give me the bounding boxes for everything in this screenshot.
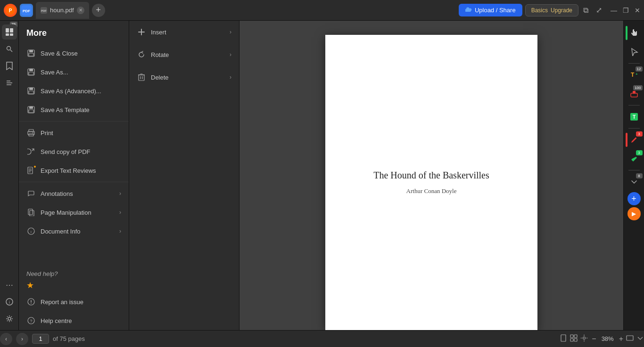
save-as-advanced-icon — [26, 86, 36, 96]
pdf-app-icon: PDF — [20, 4, 33, 17]
menu-item-save-close[interactable]: Save & Close — [19, 44, 129, 63]
menu-item-save-as-template[interactable]: Save As Template — [19, 100, 129, 119]
maximize-button[interactable]: ❐ — [623, 7, 629, 14]
send-copy-icon — [26, 147, 36, 156]
page-manipulation-label: Page Manipulation — [41, 209, 91, 216]
sidebar-learn-icon[interactable]: i — [2, 294, 17, 309]
svg-rect-66 — [627, 336, 633, 340]
sub-menu: Insert › Rotate › Delete › — [129, 21, 239, 330]
svg-rect-57 — [633, 91, 636, 94]
upgrade-button[interactable]: Basics Upgrade — [525, 4, 578, 16]
fullscreen-icon[interactable]: ⤢ — [594, 4, 604, 16]
svg-rect-29 — [29, 110, 33, 113]
window-icon[interactable]: ⧉ — [581, 4, 590, 16]
eraser-icon[interactable]: 3 — [626, 150, 643, 167]
svg-rect-22 — [29, 69, 33, 71]
tab-close-button[interactable]: ✕ — [77, 7, 84, 14]
svg-rect-26 — [29, 91, 33, 94]
svg-rect-49 — [139, 75, 144, 81]
menu-item-annotations[interactable]: Annotations › — [19, 184, 129, 203]
add-button[interactable]: + — [627, 192, 641, 205]
need-help-text: Need help? — [19, 266, 129, 278]
upload-label: Upload / Share — [475, 7, 516, 14]
zoom-level-display: 38% — [599, 335, 616, 342]
menu-item-page-manipulation[interactable]: Page Manipulation › — [19, 203, 129, 222]
annotations-arrow: › — [119, 190, 121, 197]
report-icon — [26, 297, 36, 307]
rotate-label: Rotate — [151, 51, 169, 58]
svg-rect-19 — [29, 50, 33, 52]
new-tab-button[interactable]: + — [92, 4, 105, 17]
submenu-delete[interactable]: Delete › — [129, 66, 239, 89]
toolbar-separator-4 — [628, 170, 640, 170]
select-tool-icon[interactable] — [626, 43, 643, 60]
current-tab[interactable]: PDF houn.pdf ✕ — [36, 2, 89, 19]
document-info-icon: i — [26, 226, 36, 236]
tab-filename: houn.pdf — [50, 7, 74, 14]
settings-view-icon[interactable] — [580, 334, 588, 343]
submenu-insert[interactable]: Insert › — [129, 21, 239, 43]
next-page-button[interactable]: › — [16, 333, 28, 345]
app-icon: P — [4, 4, 17, 17]
svg-text:P: P — [9, 8, 12, 13]
text-format-icon[interactable]: T — [626, 108, 643, 125]
play-button[interactable]: ▶ — [627, 207, 641, 220]
sidebar-bookmark-icon[interactable] — [2, 58, 17, 73]
red-bar — [626, 133, 627, 147]
page-expand-button[interactable] — [636, 334, 644, 343]
right-toolbar: 12 T + 100 T 3 3 8 — [623, 21, 644, 330]
annotations-label: Annotations — [41, 190, 73, 197]
svg-text:i: i — [31, 230, 32, 234]
annotations-icon — [26, 189, 36, 198]
menu-item-document-info[interactable]: i Document Info › — [19, 222, 129, 241]
svg-text:T: T — [632, 114, 636, 120]
minimize-button[interactable]: — — [611, 7, 617, 14]
view-mode-icons — [560, 334, 588, 343]
menu-item-save-as-advanced[interactable]: Save As (Advanced)... — [19, 81, 129, 100]
svg-text:PDF: PDF — [41, 9, 47, 12]
svg-point-65 — [583, 337, 586, 339]
pdf-author: Arthur Conan Doyle — [406, 187, 457, 195]
sidebar-thumbnail-icon[interactable] — [2, 24, 17, 40]
insert-label: Insert — [151, 29, 166, 36]
single-page-icon[interactable] — [560, 334, 567, 343]
more-menu-title: More — [19, 21, 129, 44]
bottom-bar: ‹ › 1 of 75 pages − 38% + — [0, 330, 644, 347]
svg-rect-64 — [574, 339, 577, 341]
sidebar-more-icon[interactable]: ⋯ — [2, 277, 17, 292]
menu-item-report-issue[interactable]: Report an issue — [19, 292, 129, 311]
svg-text:i: i — [9, 300, 10, 305]
grid-view-icon[interactable] — [570, 334, 578, 343]
upgrade-label: Upgrade — [551, 7, 572, 14]
expand-icon[interactable]: 8 — [626, 173, 643, 190]
close-button[interactable]: ✕ — [635, 7, 640, 14]
menu-item-help-centre[interactable]: ? Help centre — [19, 311, 129, 330]
stamp-icon[interactable]: 100 — [626, 85, 643, 102]
submenu-rotate[interactable]: Rotate › — [129, 43, 239, 66]
svg-rect-56 — [631, 93, 637, 97]
sidebar-annotation-icon[interactable] — [2, 75, 17, 90]
menu-item-export-text[interactable]: Export Text Reviews — [19, 161, 129, 180]
upload-share-button[interactable]: Upload / Share — [459, 4, 522, 16]
menu-item-print[interactable]: Print — [19, 123, 129, 142]
svg-text:?: ? — [30, 319, 32, 323]
sidebar-search-icon[interactable] — [2, 41, 17, 56]
save-template-icon — [26, 105, 36, 114]
text-add-icon[interactable]: 12 T + — [626, 66, 643, 83]
zoom-out-button[interactable]: − — [592, 335, 596, 343]
delete-icon — [137, 73, 146, 82]
expand-badge: 8 — [636, 173, 643, 178]
menu-item-send-copy[interactable]: Send copy of PDF — [19, 142, 129, 161]
pencil-icon[interactable]: 3 — [626, 131, 643, 148]
page-number-input[interactable]: 1 — [32, 334, 49, 344]
menu-item-save-as[interactable]: Save As... — [19, 63, 129, 81]
sidebar-settings-icon[interactable] — [2, 311, 17, 326]
save-as-label: Save As... — [41, 69, 68, 76]
svg-rect-25 — [29, 88, 33, 90]
toolbar-separator-3 — [628, 128, 640, 129]
zoom-in-button[interactable]: + — [619, 335, 623, 343]
hand-tool-icon[interactable] — [626, 24, 643, 41]
prev-page-button[interactable]: ‹ — [0, 333, 12, 345]
toolbar-separator-2 — [628, 105, 640, 105]
fit-page-button[interactable] — [626, 334, 634, 343]
